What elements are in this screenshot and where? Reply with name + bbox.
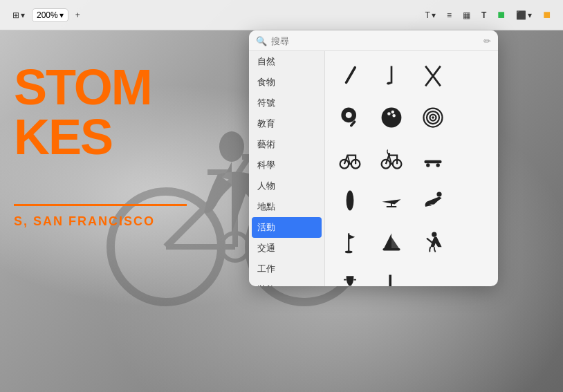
symbol-empty-1[interactable]: [455, 57, 494, 95]
svg-rect-12: [344, 66, 357, 84]
symbol-empty-6[interactable]: [414, 264, 452, 286]
symbol-glider[interactable]: [372, 181, 411, 220]
media-icon: ⬛: [516, 10, 526, 20]
symbol-empty-4[interactable]: [455, 181, 494, 220]
category-places[interactable]: 地點: [249, 196, 324, 217]
list-icon: ≡: [447, 10, 452, 20]
symbol-empty-5[interactable]: [455, 223, 494, 261]
svg-line-45: [427, 239, 433, 243]
symbol-swimmer[interactable]: [414, 181, 452, 220]
view-button[interactable]: ⊞ ▾: [8, 6, 29, 25]
svg-point-40: [436, 192, 441, 196]
symbol-bicycle-1[interactable]: [331, 140, 369, 178]
symbol-skateboard[interactable]: [414, 140, 452, 178]
chart-button[interactable]: ▦: [459, 6, 474, 25]
picker-body: 自然 食物 符號 教育 藝術 科學 人物 地點 活動 交通 工作 裝飾: [249, 51, 498, 286]
symbol-target[interactable]: [414, 98, 452, 137]
comment-icon: ■: [543, 8, 551, 22]
svg-point-42: [345, 251, 353, 254]
search-icon: 🔍: [256, 36, 267, 46]
symbol-surfboard[interactable]: [331, 181, 369, 220]
svg-rect-43: [382, 248, 400, 251]
edit-icon[interactable]: ✏: [483, 36, 491, 46]
symbol-empty-3[interactable]: [455, 140, 494, 178]
symbol-picker-popup: 🔍 ✏ 自然 食物 符號 教育 藝術 科學 人物 地點 活動 交通 工作 裝飾: [249, 30, 498, 286]
chevron-down-icon: ▾: [432, 10, 436, 20]
chart-icon: ▦: [463, 10, 470, 20]
symbol-empty-7[interactable]: [455, 264, 494, 286]
svg-point-17: [346, 112, 352, 118]
search-input[interactable]: [271, 36, 479, 46]
svg-point-22: [392, 114, 396, 118]
text-box-icon: T: [481, 10, 486, 20]
shape-button[interactable]: ■: [493, 6, 509, 25]
text-box-button[interactable]: T: [477, 6, 490, 25]
svg-point-35: [426, 163, 430, 167]
symbol-crossed-skis[interactable]: [414, 57, 452, 95]
text-style-icon: T: [425, 10, 430, 20]
symbol-field-hockey[interactable]: [372, 57, 411, 95]
svg-point-29: [349, 163, 351, 165]
view-controls: ⊞ ▾ 200% ▾ +: [8, 6, 84, 25]
media-button[interactable]: ⬛ ▾: [512, 6, 536, 25]
hero-divider: [14, 204, 187, 206]
category-education[interactable]: 教育: [249, 113, 324, 134]
symbol-grid: [325, 51, 498, 286]
zoom-control[interactable]: 200% ▾: [32, 8, 68, 22]
svg-rect-34: [424, 160, 441, 164]
symbol-trophy[interactable]: [331, 264, 369, 286]
symbol-sailboat[interactable]: [372, 223, 411, 261]
category-nature[interactable]: 自然: [249, 51, 324, 72]
toolbar: ⊞ ▾ 200% ▾ + T ▾ ≡ ▦ T ■ ⬛ ▾: [0, 0, 563, 30]
symbol-baseball-bat[interactable]: [331, 57, 369, 95]
chevron-down-icon: ▾: [528, 10, 532, 20]
text-style-button[interactable]: T ▾: [421, 6, 440, 25]
category-symbols[interactable]: 符號: [249, 93, 324, 113]
svg-point-19: [382, 108, 402, 128]
hero-line1: STOM: [14, 62, 151, 112]
symbol-boot[interactable]: [372, 264, 411, 286]
view-icon: ⊞: [12, 10, 19, 20]
symbol-golf[interactable]: [331, 223, 369, 261]
picker-search-bar: 🔍 ✏: [249, 30, 498, 51]
svg-point-32: [391, 163, 393, 165]
chevron-down-icon: ▾: [59, 10, 64, 20]
category-work[interactable]: 工作: [249, 259, 324, 279]
category-transport[interactable]: 交通: [249, 238, 324, 259]
category-food[interactable]: 食物: [249, 72, 324, 93]
svg-point-26: [432, 116, 434, 119]
hero-text: STOM KES: [14, 62, 151, 162]
symbol-table-tennis[interactable]: [331, 98, 369, 137]
symbol-hiker[interactable]: [414, 223, 452, 261]
symbol-bowling-ball[interactable]: [372, 98, 411, 137]
category-activities[interactable]: 活動: [252, 217, 322, 238]
svg-point-11: [219, 131, 244, 162]
category-arts[interactable]: 藝術: [249, 134, 324, 155]
list-button[interactable]: ≡: [443, 6, 456, 25]
svg-point-21: [391, 111, 395, 114]
svg-point-36: [436, 163, 440, 167]
symbol-bicycle-2[interactable]: [372, 140, 411, 178]
category-science[interactable]: 科學: [249, 155, 324, 176]
category-list: 自然 食物 符號 教育 藝術 科學 人物 地點 活動 交通 工作 裝飾: [249, 51, 325, 286]
symbol-empty-2[interactable]: [455, 98, 494, 137]
svg-point-44: [432, 232, 436, 237]
insert-controls: T ▾ ≡ ▦ T ■ ⬛ ▾ ■: [421, 6, 555, 25]
plus-icon: +: [75, 10, 80, 20]
hero-location: S, SAN FRANCISCO: [14, 214, 155, 229]
add-button[interactable]: +: [71, 6, 84, 25]
shape-icon: ■: [497, 8, 505, 22]
category-fashion[interactable]: 裝飾: [249, 279, 324, 286]
chevron-down-icon: ▾: [21, 10, 25, 20]
zoom-value: 200%: [37, 10, 58, 20]
hero-line2: KES: [14, 112, 151, 162]
category-people[interactable]: 人物: [249, 176, 324, 196]
svg-point-37: [347, 191, 354, 211]
comment-button[interactable]: ■: [539, 6, 555, 25]
svg-point-20: [387, 112, 391, 115]
